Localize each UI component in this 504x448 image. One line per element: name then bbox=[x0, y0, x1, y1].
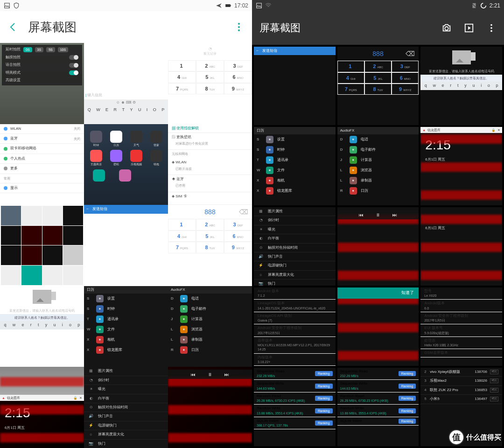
thumb-settings[interactable]: WLAN关闭蓝牙关闭双卡和移动网络个人热点更多常用显示 bbox=[0, 124, 84, 205]
thumb-apps[interactable]: 时钟日历天气管家主题商店壁纸乐视视频钱包 bbox=[84, 124, 168, 205]
back-icon[interactable] bbox=[7, 21, 19, 33]
svg-point-4 bbox=[238, 26, 240, 28]
loading-icon bbox=[480, 2, 487, 9]
header-left: 屏幕截图 bbox=[0, 11, 252, 43]
thumb-r-dialog[interactable]: 知道了 bbox=[337, 287, 419, 366]
thumb-player[interactable]: ⏮⏸⏭ bbox=[168, 367, 252, 448]
thumb-camera-settings[interactable]: 延时拍照 0S 3S 5S 10S 触摸拍照 语音拍照 明亮模式 高级设置 bbox=[0, 43, 84, 124]
thumb-r-lock2[interactable]: 6月1日 周五 bbox=[420, 207, 502, 286]
thumb-lockscreen[interactable]: ▲锐龙图库🔒✕ 2:15 6月1日 周五 bbox=[0, 367, 84, 448]
page-title-left: 屏幕截图 bbox=[28, 19, 77, 35]
image-placeholder-icon bbox=[33, 290, 51, 304]
svg-rect-2 bbox=[231, 5, 231, 6]
thumb-gallery-mini[interactable] bbox=[0, 205, 84, 286]
svg-rect-0 bbox=[5, 3, 10, 8]
camera-icon[interactable] bbox=[441, 23, 452, 33]
thumb-r-lock[interactable]: ▲锐龙图库🔒✕ 2:15 6月1日 周五 bbox=[420, 127, 502, 205]
header-right: 屏幕截图 bbox=[252, 11, 504, 45]
thumb-r-about[interactable]: Android 版本7.1.2LineageOS 版本14.1-20171224… bbox=[254, 287, 336, 366]
statusbar-left: 17:02 bbox=[0, 0, 252, 11]
svg-rect-6 bbox=[257, 3, 262, 8]
no-sim-icon bbox=[471, 2, 477, 9]
picture-icon bbox=[4, 2, 10, 9]
thumb-r-contacts-r[interactable]: AudioFXD●电话D●电子邮件J●计算器L●浏览器L●录制器R●日历 bbox=[337, 127, 419, 205]
slideshow-icon[interactable] bbox=[464, 23, 474, 33]
clock-left: 17:02 bbox=[234, 2, 248, 9]
battery-icon bbox=[225, 2, 231, 9]
thumb-contacts-right[interactable]: AudioFXD●电话D●电子邮件J●计算器L●浏览器L●录制器R●日历 bbox=[168, 286, 252, 367]
thumb-r-sms-empty[interactable]: 要发送新信息，请输入联系人姓名或电话号码 建议联系人姓名？触摸以查看其信息。 q… bbox=[420, 47, 502, 125]
svg-point-14 bbox=[490, 30, 492, 32]
thumb-contacts-left[interactable]: 日历S●设置S●时钟T●通讯录W●文件X●相机X●锐龙图库 bbox=[84, 286, 168, 367]
thumb-r-bench2[interactable]: Sequential Read232.28 MB/sRankingSequent… bbox=[337, 368, 419, 446]
svg-point-3 bbox=[238, 23, 240, 25]
statusbar-right: 2:21 bbox=[252, 0, 504, 11]
picture-icon bbox=[256, 2, 262, 9]
thumb-r-about2[interactable]: 型号Le X620Android版本6.0Android 安全补丁程序级别201… bbox=[420, 287, 502, 366]
thumb-sms-send[interactable]: ←发送短信 bbox=[84, 205, 168, 286]
svg-point-12 bbox=[490, 24, 492, 26]
thumb-r-camset[interactable]: ▦图片属性◔倒计时☀曝光◐白平衡⊙触摸对焦持续时间🔊快门声音⚡电源键快门☼屏幕亮… bbox=[254, 207, 336, 286]
image-placeholder-icon bbox=[452, 50, 471, 64]
airplane-icon bbox=[216, 2, 222, 9]
svg-point-9 bbox=[481, 3, 486, 8]
svg-point-5 bbox=[238, 29, 240, 31]
more-icon[interactable] bbox=[233, 21, 245, 33]
more-vert-icon[interactable] bbox=[486, 23, 497, 33]
thumb-r-player[interactable]: ⏮⏸⏭ bbox=[337, 207, 419, 286]
thumb-r-contacts-l[interactable]: 日历S●设置S●时钟T●通讯录W●文件X●相机X●锐龙图库 bbox=[254, 127, 336, 205]
thumb-wallpaper[interactable]: ▦ 使用指纹解锁▨ 更换壁纸对屏幕进行个性化设置无线和网络◈ WLAN已断开连接… bbox=[168, 124, 252, 205]
thumb-dialer-888[interactable]: 888⌫ 12ABC3DEF4GHI5JKL6MNO7PQRS8TUV9WXYZ bbox=[168, 205, 252, 286]
svg-point-13 bbox=[490, 27, 492, 29]
thumb-r-sms[interactable]: ←发送短信 bbox=[254, 47, 336, 125]
page-title-right: 屏幕截图 bbox=[259, 21, 301, 35]
shield-icon bbox=[13, 2, 20, 9]
clock-right: 2:21 bbox=[490, 2, 500, 9]
svg-point-10 bbox=[445, 27, 448, 30]
svg-rect-1 bbox=[225, 4, 231, 7]
thumb-dialer-empty[interactable]: ◔暂无记录 12ABC3DEF4GHI5JKL6MNO7PQRS8TUV9WXY… bbox=[168, 43, 252, 124]
watermark: 值 什么值得买 bbox=[448, 429, 501, 445]
thumb-r-dialer[interactable]: 888⌫ 12ABC3DEF4GHI5JKL6MNO7PQRS8TUV9WXYZ bbox=[337, 47, 419, 125]
thumb-r-bench[interactable]: Sequential Read232.28 MB/sRankingSequent… bbox=[254, 368, 336, 446]
thumb-keyboard[interactable]: | 键入信息 ☺ ☻ ⌨ ⚙ QWERTYUIOP bbox=[84, 43, 168, 124]
thumb-sms-empty[interactable]: 要发送新信息，请输入联系人姓名或电话号码 建议联系人姓名？触摸以查看其信息。 q… bbox=[0, 286, 84, 367]
wifi-icon bbox=[265, 2, 272, 9]
thumb-camera-adv[interactable]: ▦图片属性◔倒计时☀曝光◐白平衡⊙触摸对焦持续时间🔊快门声音⚡电源键快门☼屏幕亮… bbox=[84, 367, 168, 448]
